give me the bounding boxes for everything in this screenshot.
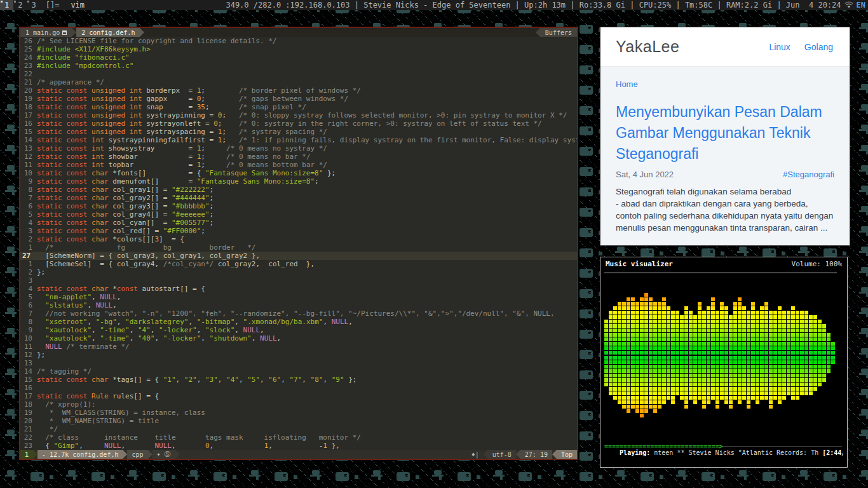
- code-line[interactable]: 10 "xautolock", "-time", "40", "-locker"…: [20, 334, 577, 342]
- line-number: 27: [20, 252, 37, 260]
- spectrum-visualization: [604, 293, 836, 417]
- code-line[interactable]: 26/* See LICENSE file for copyright and …: [20, 37, 577, 45]
- code-area[interactable]: 26/* See LICENSE file for copyright and …: [20, 37, 577, 450]
- code-line[interactable]: 1 [SchemeSel] = { col_gray4, /*col_cyan*…: [20, 260, 577, 268]
- line-number: 26: [20, 37, 37, 45]
- code-line[interactable]: 20 * WM_NAME(STRING) = title: [20, 417, 577, 425]
- code-line[interactable]: 24#include "fibonacci.c": [20, 53, 577, 62]
- statusline-arrow: [516, 450, 520, 459]
- code-line[interactable]: 1 /* fg bg border */: [20, 243, 577, 252]
- statusline-cursor-position: 27: 19: [520, 450, 552, 459]
- code-line[interactable]: 14/* tagging */: [20, 367, 577, 376]
- code-line[interactable]: 22: [20, 70, 577, 78]
- line-text: [37, 276, 577, 285]
- vim-tabline: 1 main.go 2 config.def.h Buffers: [20, 28, 577, 37]
- article-tag-link[interactable]: #Steganografi: [783, 170, 834, 179]
- wifi-icon[interactable]: [844, 1, 853, 9]
- code-line[interactable]: 11 NULL /* terminate */: [20, 342, 577, 351]
- workspace-tag-2[interactable]: 2: [13, 0, 27, 10]
- line-number: 19: [20, 95, 37, 103]
- tab-main-go[interactable]: 1 main.go: [20, 28, 72, 37]
- code-line[interactable]: 18static const unsigned int snap = 35; /…: [20, 103, 577, 111]
- line-text: /* class instance title tags mask isfloa…: [37, 433, 577, 442]
- statusline-arrow: [148, 450, 153, 459]
- code-line[interactable]: 15static const char *tags[] = { "1", "2"…: [20, 376, 577, 384]
- code-line[interactable]: 13: [20, 359, 577, 367]
- next-article-title-link[interactable]: Breadcrumb With Structured Data in: [616, 245, 834, 246]
- line-number: 14: [20, 367, 37, 376]
- line-text: static const unsigned int borderpx = 1; …: [37, 86, 577, 95]
- nav-link-linux[interactable]: Linux: [769, 42, 790, 52]
- code-line[interactable]: 3: [20, 276, 577, 285]
- statusline-spacer: [180, 450, 467, 459]
- line-number: 17: [20, 111, 37, 119]
- line-number: 16: [20, 119, 37, 128]
- code-line[interactable]: 2static const char *colors[][3] = {: [20, 235, 577, 243]
- line-text: * WM_CLASS(STRING) = instance, class: [37, 409, 577, 417]
- visualizer-window: Music visualizer Volume: 100% ==========…: [600, 257, 848, 468]
- code-line[interactable]: 5static const char col_gray4[] = "#eeeee…: [20, 210, 577, 219]
- code-line[interactable]: 14static const int systraypinningfailfir…: [20, 136, 577, 144]
- code-line[interactable]: 15static const unsigned int systrayspaci…: [20, 128, 577, 136]
- vim-window: 1 main.go 2 config.def.h Buffers 26/* Se…: [19, 27, 578, 460]
- workspace-tag-3[interactable]: 3: [27, 0, 40, 10]
- nav-link-golang[interactable]: Golang: [804, 42, 833, 52]
- site-logo[interactable]: YakaLee: [616, 37, 679, 56]
- breadcrumb-home-link[interactable]: Home: [616, 79, 638, 89]
- line-text: [SchemeSel] = { col_gray4, /*col_cyan*/ …: [37, 260, 577, 268]
- code-line[interactable]: 2};: [20, 268, 577, 276]
- code-line[interactable]: 17static const Rule rules[] = {: [20, 392, 577, 400]
- buffers-separator-arrow: [536, 28, 540, 37]
- code-line[interactable]: 19static const unsigned int gappx = 0; /…: [20, 95, 577, 103]
- code-line[interactable]: 8static const char col_gray1[] = "#22222…: [20, 186, 577, 194]
- keyboard-layout-indicator[interactable]: EN: [857, 1, 865, 10]
- code-line[interactable]: 16: [20, 384, 577, 392]
- code-line[interactable]: 20static const unsigned int borderpx = 1…: [20, 86, 577, 95]
- code-line[interactable]: 9static const char dmenufont[] = "Fantas…: [20, 177, 577, 186]
- code-line[interactable]: 7static const char col_gray2[] = "#44444…: [20, 194, 577, 202]
- line-number: 4: [20, 219, 37, 227]
- workspace-tag-1[interactable]: 1: [0, 0, 13, 10]
- line-text: static const char col_gray3[] = "#bbbbbb…: [37, 202, 577, 210]
- code-line[interactable]: 11static const int topbar = 1; /* 0 mean…: [20, 161, 577, 169]
- now-playing-row: Playing: nteen ** Stevie Nicks "Atlantic…: [604, 442, 843, 463]
- line-number: 16: [20, 384, 37, 392]
- code-line[interactable]: 17static const unsigned int systraypinni…: [20, 111, 577, 119]
- code-line[interactable]: 19 * WM_CLASS(STRING) = instance, class: [20, 409, 577, 417]
- line-text: * WM_NAME(STRING) = title: [37, 417, 577, 425]
- code-line[interactable]: 5 "nm-applet", NULL,: [20, 293, 577, 301]
- code-line[interactable]: 12static const int showbar = 1; /* 0 mea…: [20, 152, 577, 161]
- code-line[interactable]: 6static const char col_gray3[] = "#bbbbb…: [20, 202, 577, 210]
- code-line[interactable]: 22 /* class instance title tags mask isf…: [20, 433, 577, 442]
- code-line[interactable]: 3static const char col_red[] = "#FF0000"…: [20, 227, 577, 235]
- code-line[interactable]: 10static const char *fonts[] = { "Fantas…: [20, 169, 577, 177]
- code-line[interactable]: 25#include <X11/XF86keysym.h>: [20, 45, 577, 53]
- code-line[interactable]: 12};: [20, 351, 577, 359]
- line-number: 8: [20, 318, 37, 326]
- code-line[interactable]: 4static const char *const autostart[] = …: [20, 285, 577, 293]
- code-line[interactable]: 4static const char col_cyan[] = "#005577…: [20, 219, 577, 227]
- code-line[interactable]: 23#include "mpdcontrol.c": [20, 62, 577, 70]
- code-line[interactable]: 21 */: [20, 425, 577, 433]
- code-line[interactable]: 8 "xsetroot", "-bg", "darkslategrey", "-…: [20, 318, 577, 326]
- code-line-current[interactable]: 27 [SchemeNorm] = { col_gray3, col_gray1…: [20, 252, 577, 260]
- code-line[interactable]: 9 "xautolock", "-time", "4", "-locker", …: [20, 326, 577, 334]
- code-line[interactable]: 13static const int showsystray = 1; /* 0…: [20, 144, 577, 152]
- line-text: static const char col_cyan[] = "#005577"…: [37, 219, 577, 227]
- statusline-filename: - 12.7k config.def.h: [37, 450, 123, 459]
- status-area: 349.0 /282.0 :192.168.0.103 | Stevie Nic…: [226, 1, 868, 10]
- trash-icon[interactable]: [62, 30, 67, 35]
- line-text: static const unsigned int systraypinning…: [37, 111, 577, 119]
- tab-config-def-h[interactable]: 2 config.def.h: [76, 28, 140, 37]
- code-line[interactable]: 21/* appearance */: [20, 78, 577, 86]
- line-text: "nm-applet", NULL,: [37, 293, 577, 301]
- code-line[interactable]: 6 "slstatus", NULL,: [20, 301, 577, 309]
- line-number: 13: [20, 359, 37, 367]
- code-line[interactable]: 7 //not working "watch", "-n", "1200", "…: [20, 309, 577, 318]
- article-title-link[interactable]: Menyembunyikan Pesan Dalam Gambar Menggu…: [616, 102, 834, 165]
- code-line[interactable]: 23 { "Gimp", NULL, NULL, 0, 1, -1 },: [20, 442, 577, 450]
- code-line[interactable]: 16static const unsigned int systrayonlef…: [20, 119, 577, 128]
- layout-symbol[interactable]: []=: [41, 0, 65, 10]
- line-text: static const char *colors[][3] = {: [37, 235, 577, 243]
- code-line[interactable]: 18 /* xprop(1):: [20, 400, 577, 409]
